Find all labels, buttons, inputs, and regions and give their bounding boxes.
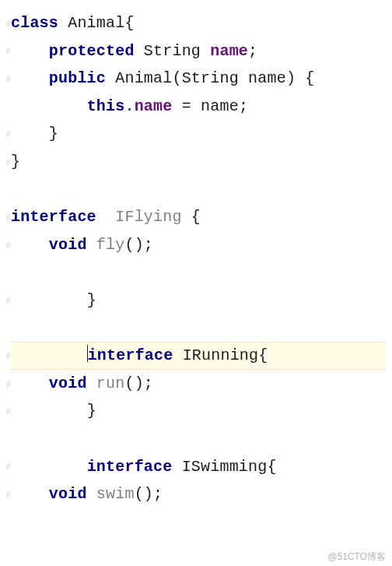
keyword: interface: [87, 458, 173, 476]
field-name: name: [210, 42, 248, 60]
field-name: name: [135, 97, 173, 115]
code-line: void run();: [11, 370, 386, 398]
fold-mark-icon: [6, 47, 10, 54]
paren: ): [286, 69, 296, 87]
fold-mark-icon: [6, 158, 10, 165]
fold-mark-icon: [6, 490, 10, 497]
indent: [11, 97, 87, 115]
fold-mark-icon: [6, 407, 10, 414]
blank-line: [11, 425, 386, 453]
keyword: interface: [11, 208, 96, 226]
code-line: public Animal(String name) {: [11, 65, 386, 93]
keyword: public: [49, 69, 106, 87]
code-line-active: interface IRunning{: [11, 342, 386, 370]
fold-mark-icon: [6, 352, 10, 359]
code-line: this.name = name;: [11, 93, 386, 121]
keyword: void: [49, 236, 87, 254]
keyword: void: [49, 374, 87, 392]
keyword: protected: [49, 42, 135, 60]
fold-mark-icon: [6, 463, 10, 470]
fold-mark-icon: [6, 380, 10, 387]
brace: }: [49, 125, 58, 142]
blank-line: [11, 176, 386, 204]
paren: (: [172, 69, 181, 87]
tail: ();: [135, 485, 163, 503]
tail: {: [258, 346, 268, 364]
punct: ;: [248, 42, 257, 60]
keyword: class: [11, 14, 58, 32]
indent: [11, 69, 49, 87]
indent: [11, 346, 87, 364]
code-line: }: [11, 397, 386, 425]
punct: .: [124, 97, 134, 115]
interface-name: ISwimming: [172, 458, 267, 476]
method-name: swim: [96, 485, 135, 503]
indent: [11, 485, 49, 503]
fold-mark-icon: [6, 131, 10, 138]
tail: {: [182, 208, 201, 226]
indent: [11, 42, 49, 60]
brace: }: [87, 402, 96, 420]
code-line: class Animal{: [11, 9, 386, 37]
fold-mark-icon: [6, 75, 10, 82]
tail: ();: [124, 236, 153, 254]
space: [87, 236, 96, 254]
fold-mark-icon: [6, 19, 10, 26]
brace: {: [124, 14, 134, 32]
code-line: void swim();: [11, 480, 386, 508]
fold-mark-icon: [6, 213, 10, 220]
method-name: fly: [96, 236, 125, 254]
code-line: interface ISwimming{: [11, 453, 386, 481]
blank-line: [11, 315, 386, 343]
code-line: }: [11, 287, 386, 315]
type: String: [135, 42, 211, 60]
interface-name: IFlying: [115, 208, 181, 226]
method-name: run: [96, 374, 125, 392]
indent: [11, 291, 87, 309]
indent: [11, 458, 87, 476]
param-type: String: [182, 69, 248, 87]
class-name: Animal: [58, 14, 124, 32]
brace: }: [11, 153, 20, 171]
param-name: name: [248, 69, 286, 87]
identifier: name: [201, 97, 239, 115]
keyword: this: [87, 97, 125, 115]
keyword: void: [49, 485, 87, 503]
space: [96, 208, 115, 226]
tail: {: [267, 458, 276, 476]
watermark: @51CTO博客: [327, 550, 386, 564]
code-line: protected String name;: [11, 37, 386, 65]
indent: [11, 125, 49, 142]
code-line: interface IFlying {: [11, 203, 386, 231]
ctor-name: Animal: [106, 69, 172, 87]
code-line: void fly();: [11, 231, 386, 259]
fold-mark-icon: [6, 297, 10, 304]
code-line: }: [11, 148, 386, 176]
fold-mark-icon: [6, 241, 10, 248]
indent: [11, 374, 49, 392]
code-editor: class Animal{ protected String name; pub…: [0, 0, 392, 508]
blank-line: [11, 258, 386, 287]
keyword: interface: [88, 346, 173, 364]
code-line: }: [11, 120, 386, 148]
space: [87, 485, 96, 503]
punct: ;: [239, 97, 248, 115]
operator: =: [172, 97, 201, 115]
indent: [11, 236, 49, 254]
brace: }: [87, 291, 96, 309]
space: [87, 374, 96, 392]
interface-name: IRunning: [173, 346, 258, 364]
tail: {: [296, 69, 314, 87]
tail: ();: [124, 374, 153, 392]
indent: [11, 402, 87, 420]
